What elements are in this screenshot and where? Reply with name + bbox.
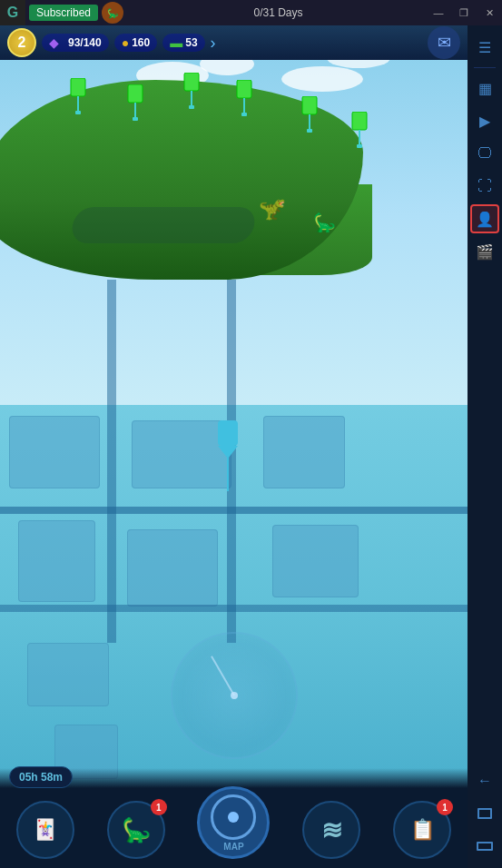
- svg-rect-15: [352, 112, 367, 130]
- supply-drop-4[interactable]: [234, 80, 254, 116]
- map-block-7: [27, 643, 109, 706]
- map-button-dot: [228, 812, 239, 823]
- svg-rect-17: [357, 144, 362, 148]
- play-sidebar-btn[interactable]: ▶: [470, 106, 499, 135]
- days-text: 0/31 Days: [131, 6, 426, 19]
- monitor-icon: 🖵: [477, 145, 492, 162]
- svg-rect-0: [71, 78, 85, 96]
- home-sidebar-btn[interactable]: [470, 799, 499, 828]
- cash-count: 53: [185, 36, 197, 49]
- level-badge: 2: [7, 28, 36, 57]
- compass: [171, 632, 298, 759]
- expand-arrow[interactable]: ›: [211, 34, 216, 53]
- supply-drop-6[interactable]: [349, 112, 369, 148]
- recent-icon: [477, 842, 493, 851]
- recent-sidebar-btn[interactable]: [470, 832, 499, 861]
- notes-icon: 📋: [410, 818, 435, 842]
- dino-icon: 🦕: [122, 816, 151, 844]
- cloud-3: [281, 66, 363, 92]
- svg-rect-5: [133, 117, 138, 121]
- calendar-icon: ▦: [478, 80, 492, 97]
- titlebar: G Subscribed 🦕 0/31 Days — ❐ ✕: [0, 0, 502, 25]
- map-button[interactable]: MAP: [197, 786, 270, 859]
- map-block-3: [263, 416, 345, 488]
- dart-count: 93/140: [68, 36, 102, 49]
- video-icon: 🎬: [476, 243, 494, 261]
- sidebar-sep-1: [474, 67, 496, 68]
- map-block-2: [132, 420, 231, 488]
- cash-icon: ▬: [170, 35, 182, 50]
- island-road: [69, 207, 257, 243]
- svg-rect-3: [128, 84, 143, 103]
- svg-rect-14: [307, 129, 312, 133]
- coin-stat-group: ● 160: [114, 34, 158, 52]
- mail-button[interactable]: ✉: [428, 26, 460, 59]
- back-sidebar-btn[interactable]: ←: [470, 766, 499, 795]
- monitor-sidebar-btn[interactable]: 🖵: [470, 139, 499, 168]
- slash-icon: ≋: [321, 815, 342, 845]
- svg-rect-8: [189, 105, 194, 109]
- supply-drop-3[interactable]: [182, 73, 202, 109]
- cards-button[interactable]: 🃏: [16, 801, 74, 859]
- portrait-sidebar-btn[interactable]: 👤: [470, 204, 499, 233]
- game-area[interactable]: 🦖 🦕: [0, 25, 468, 868]
- supply-drop-5[interactable]: [300, 96, 320, 133]
- notes-button[interactable]: 1 📋: [393, 801, 451, 859]
- map-block-6: [272, 525, 359, 597]
- supply-drop-2[interactable]: [125, 84, 145, 121]
- mail-icon: ✉: [438, 33, 451, 53]
- dino-button[interactable]: 1 🦕: [107, 801, 165, 859]
- svg-rect-6: [184, 73, 199, 91]
- calendar-sidebar-btn[interactable]: ▦: [470, 74, 499, 103]
- coin-count: 160: [132, 36, 150, 49]
- svg-rect-9: [237, 80, 251, 98]
- compass-needle: [211, 656, 235, 695]
- cards-icon: 🃏: [33, 818, 57, 842]
- home-icon: [477, 808, 492, 819]
- logo-letter: G: [7, 5, 18, 21]
- svg-rect-11: [241, 113, 247, 116]
- dart-stat-group: ◆ 93/140: [42, 34, 109, 52]
- svg-rect-12: [302, 96, 317, 114]
- dart-icon: ◆: [49, 35, 59, 50]
- map-block-1: [9, 416, 100, 488]
- minimize-button[interactable]: —: [426, 0, 451, 25]
- map-block-4: [18, 520, 95, 602]
- dino-badge: 1: [151, 799, 167, 815]
- restore-button[interactable]: ❐: [451, 0, 477, 25]
- notes-badge: 1: [437, 799, 453, 815]
- svg-rect-2: [75, 111, 81, 114]
- compass-dot: [231, 692, 238, 699]
- cash-stat-group: ▬ 53: [162, 34, 204, 52]
- menu-sidebar-btn[interactable]: ☰: [470, 33, 499, 62]
- subscribed-badge: Subscribed: [29, 5, 98, 21]
- back-icon: ←: [477, 773, 492, 789]
- road-line-v1: [107, 280, 116, 643]
- road-line-h2: [0, 605, 468, 612]
- menu-icon: ☰: [478, 39, 491, 56]
- portrait-icon: 👤: [476, 211, 494, 228]
- map-label: MAP: [223, 842, 243, 852]
- fullscreen-sidebar-btn[interactable]: ⛶: [470, 172, 499, 201]
- map-button-inner: [211, 794, 256, 840]
- map-block-5: [127, 529, 218, 607]
- video-sidebar-btn[interactable]: 🎬: [470, 237, 499, 266]
- location-pin: [218, 420, 238, 491]
- coin-icon: ●: [122, 35, 129, 50]
- play-icon: ▶: [479, 113, 490, 130]
- timer-badge: 05h 58m: [9, 766, 73, 788]
- right-sidebar: ☰ ▦ ▶ 🖵 ⛶ 👤 🎬 ←: [468, 25, 502, 868]
- slash-button[interactable]: ≋: [302, 801, 360, 859]
- dino-1[interactable]: 🦖: [259, 196, 286, 222]
- window-controls: — ❐ ✕: [426, 0, 502, 25]
- dino-badge-icon: 🦕: [102, 2, 123, 24]
- fullscreen-icon: ⛶: [477, 178, 492, 194]
- close-button[interactable]: ✕: [477, 0, 502, 25]
- dino-2[interactable]: 🦕: [313, 212, 336, 233]
- supply-drop-1[interactable]: [68, 78, 88, 114]
- app-logo: G: [0, 0, 25, 25]
- stats-bar: 2 ◆ 93/140 ● 160 ▬ 53 › ✉: [0, 25, 468, 60]
